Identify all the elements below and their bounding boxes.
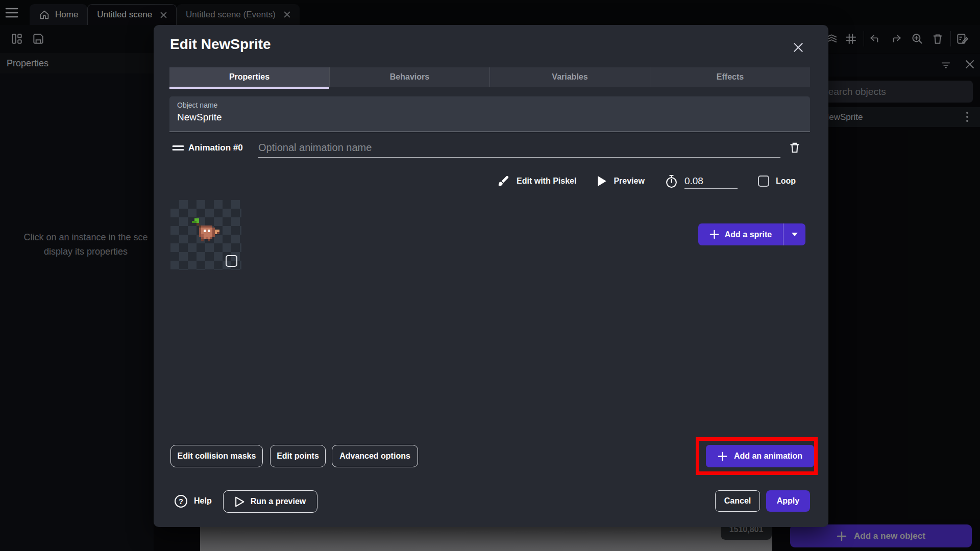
svg-text:?: ? <box>179 497 183 505</box>
animation-tools-row: Edit with Piskel Preview Loop <box>497 171 796 191</box>
play-icon <box>597 176 607 187</box>
close-dialog-button[interactable] <box>789 38 807 57</box>
add-sprite-dropdown[interactable] <box>783 223 805 245</box>
object-name-value: NewSprite <box>177 112 802 123</box>
play-outline-icon <box>235 496 244 507</box>
loop-label: Loop <box>776 177 796 186</box>
run-a-preview-button[interactable]: Run a preview <box>223 490 317 513</box>
tab-label: Properties <box>229 72 270 82</box>
tab-properties[interactable]: Properties <box>169 67 329 87</box>
object-name-field[interactable]: Object name NewSprite <box>169 96 810 132</box>
plus-icon <box>709 230 719 239</box>
object-name-label: Object name <box>177 101 802 109</box>
add-sprite-button[interactable]: Add a sprite <box>698 223 805 245</box>
sprite-frame-thumbnail[interactable] <box>170 200 241 270</box>
dialog-title: Edit NewSprite <box>170 36 271 53</box>
add-an-animation-label: Add an animation <box>734 452 802 461</box>
help-icon: ? <box>174 494 188 508</box>
tab-label: Variables <box>552 72 587 82</box>
tab-variables[interactable]: Variables <box>489 67 650 87</box>
edit-points-button[interactable]: Edit points <box>270 445 326 467</box>
apply-button[interactable]: Apply <box>766 490 810 512</box>
loop-checkbox[interactable] <box>758 176 769 187</box>
drag-handle-icon[interactable] <box>172 144 184 152</box>
stopwatch-icon <box>665 174 678 188</box>
pig-sprite-image <box>190 218 222 248</box>
preview-button[interactable]: Preview <box>614 177 644 186</box>
run-a-preview-label: Run a preview <box>251 497 306 506</box>
edit-object-dialog: Edit NewSprite Properties Behaviors Vari… <box>154 25 828 527</box>
help-button[interactable]: ? Help <box>174 490 212 512</box>
edit-collision-masks-button[interactable]: Edit collision masks <box>170 445 263 467</box>
tab-label: Behaviors <box>390 72 429 82</box>
animation-row: Animation #0 <box>169 138 810 161</box>
tab-effects[interactable]: Effects <box>650 67 810 87</box>
cancel-button[interactable]: Cancel <box>715 490 760 512</box>
frame-select-checkbox[interactable] <box>226 255 237 267</box>
close-icon <box>793 42 804 53</box>
tab-label: Effects <box>717 72 744 82</box>
add-sprite-label: Add a sprite <box>725 230 772 239</box>
animation-label: Animation #0 <box>188 143 243 153</box>
edit-with-piskel-button[interactable]: Edit with Piskel <box>517 177 576 186</box>
add-sprite-main[interactable]: Add a sprite <box>698 230 783 239</box>
time-between-frames-input[interactable] <box>684 173 738 189</box>
brush-icon <box>497 174 510 188</box>
add-an-animation-button[interactable]: Add an animation <box>706 445 814 467</box>
animation-name-input[interactable] <box>258 138 780 158</box>
advanced-options-button[interactable]: Advanced options <box>332 445 418 467</box>
chevron-down-icon <box>791 232 798 237</box>
tab-behaviors[interactable]: Behaviors <box>329 67 489 87</box>
highlight-annotation: Add an animation <box>696 437 818 475</box>
delete-animation-icon[interactable] <box>788 140 801 155</box>
dialog-tab-strip: Properties Behaviors Variables Effects <box>169 67 810 87</box>
help-label: Help <box>194 496 212 506</box>
plus-icon <box>718 452 727 461</box>
